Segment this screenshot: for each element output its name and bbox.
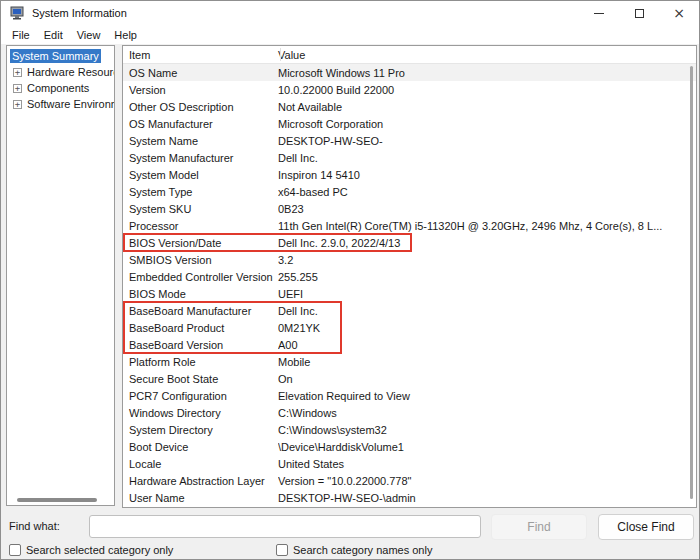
maximize-button[interactable] (619, 1, 659, 25)
item-cell: System Type (123, 186, 278, 198)
title-bar: System Information × (1, 1, 699, 25)
value-cell: A00 (278, 339, 696, 351)
tree-horizontal-scrollbar[interactable] (17, 498, 97, 502)
table-row[interactable]: BaseBoard Product0M21YK (123, 319, 696, 336)
table-row[interactable]: Embedded Controller Version255.255 (123, 268, 696, 285)
table-row[interactable]: System Typex64-based PC (123, 183, 696, 200)
menu-bar: FileEditViewHelp (1, 25, 699, 44)
value-cell: Version = "10.0.22000.778" (278, 475, 696, 487)
table-row[interactable]: Processor11th Gen Intel(R) Core(TM) i5-1… (123, 217, 696, 234)
search-selected-category-label: Search selected category only (26, 544, 173, 556)
table-row[interactable]: SMBIOS Version3.2 (123, 251, 696, 268)
system-information-icon (10, 6, 25, 20)
item-cell: OS Manufacturer (123, 118, 278, 130)
search-category-names-label: Search category names only (293, 544, 432, 556)
table-header: Item Value (123, 46, 696, 64)
expand-icon[interactable]: + (13, 68, 22, 77)
system-information-window: System Information × FileEditViewHelp Sy… (0, 0, 700, 560)
item-cell: BaseBoard Product (123, 322, 278, 334)
find-button[interactable]: Find (491, 514, 587, 540)
item-cell: System Directory (123, 424, 278, 436)
value-cell: On (278, 373, 696, 385)
column-divider[interactable] (280, 48, 281, 61)
item-cell: Embedded Controller Version (123, 271, 278, 283)
item-cell: Processor (123, 220, 278, 232)
find-input[interactable] (89, 515, 481, 538)
table-row[interactable]: BaseBoard VersionA00 (123, 336, 696, 353)
table-row[interactable]: User NameDESKTOP-HW-SEO-\admin (123, 489, 696, 506)
tree-item-label: Components (25, 81, 91, 95)
search-category-names-checkbox[interactable] (276, 544, 288, 556)
content-area: System Summary+Hardware Resources+Compon… (1, 44, 699, 511)
tree-item-components[interactable]: +Components (7, 80, 114, 96)
tree-item-label: System Summary (10, 49, 101, 63)
menu-file[interactable]: File (5, 27, 37, 43)
table-row[interactable]: OS ManufacturerMicrosoft Corporation (123, 115, 696, 132)
item-cell: Hardware Abstraction Layer (123, 475, 278, 487)
tree-item-hardware-resources[interactable]: +Hardware Resources (7, 64, 114, 80)
table-row[interactable]: OS NameMicrosoft Windows 11 Pro (123, 64, 696, 81)
table-row[interactable]: Boot Device\Device\HarddiskVolume1 (123, 438, 696, 455)
item-cell: User Name (123, 492, 278, 504)
table-row[interactable]: Version10.0.22000 Build 22000 (123, 81, 696, 98)
table-row[interactable]: System ModelInspiron 14 5410 (123, 166, 696, 183)
tree-item-software-environment[interactable]: +Software Environment (7, 96, 114, 112)
item-cell: BIOS Version/Date (123, 237, 278, 249)
table-row[interactable]: System ManufacturerDell Inc. (123, 149, 696, 166)
value-cell: 10.0.22000 Build 22000 (278, 84, 696, 96)
table-vertical-scrollbar[interactable] (690, 66, 693, 499)
value-cell: 3.2 (278, 254, 696, 266)
table-row[interactable]: System SKU0B23 (123, 200, 696, 217)
search-selected-category-checkbox[interactable] (9, 544, 21, 556)
expand-icon[interactable]: + (13, 100, 22, 109)
table-row[interactable]: BaseBoard ManufacturerDell Inc. (123, 302, 696, 319)
table-row[interactable]: LocaleUnited States (123, 455, 696, 472)
value-cell: \Device\HarddiskVolume1 (278, 441, 696, 453)
item-cell: System SKU (123, 203, 278, 215)
value-cell: x64-based PC (278, 186, 696, 198)
item-cell: OS Name (123, 67, 278, 79)
window-title: System Information (32, 7, 127, 19)
table-row[interactable]: System NameDESKTOP-HW-SEO- (123, 132, 696, 149)
menu-help[interactable]: Help (107, 27, 144, 43)
table-row[interactable]: Secure Boot StateOn (123, 370, 696, 387)
value-cell: United States (278, 458, 696, 470)
search-selected-category-option: Search selected category only (9, 544, 173, 556)
column-header-item[interactable]: Item (123, 49, 278, 61)
table-row[interactable]: PCR7 ConfigurationElevation Required to … (123, 387, 696, 404)
item-cell: Windows Directory (123, 407, 278, 419)
column-header-value[interactable]: Value (278, 49, 305, 61)
close-find-button[interactable]: Close Find (598, 514, 694, 540)
item-cell: Locale (123, 458, 278, 470)
value-cell: Inspiron 14 5410 (278, 169, 696, 181)
category-tree-panel: System Summary+Hardware Resources+Compon… (6, 45, 115, 506)
value-cell: C:\Windows (278, 407, 696, 419)
close-button[interactable]: × (659, 1, 699, 25)
table-row[interactable]: Other OS DescriptionNot Available (123, 98, 696, 115)
value-cell: Dell Inc. (278, 305, 696, 317)
table-row[interactable]: Windows DirectoryC:\Windows (123, 404, 696, 421)
find-what-label: Find what: (9, 520, 60, 532)
table-row[interactable]: Hardware Abstraction LayerVersion = "10.… (123, 472, 696, 489)
table-row[interactable]: Platform RoleMobile (123, 353, 696, 370)
item-cell: Version (123, 84, 278, 96)
item-cell: SMBIOS Version (123, 254, 278, 266)
value-cell: DESKTOP-HW-SEO- (278, 135, 696, 147)
menu-view[interactable]: View (70, 27, 108, 43)
value-cell: Microsoft Windows 11 Pro (278, 67, 696, 79)
menu-edit[interactable]: Edit (37, 27, 70, 43)
category-tree: System Summary+Hardware Resources+Compon… (7, 46, 114, 112)
table-row[interactable]: BIOS ModeUEFI (123, 285, 696, 302)
item-cell: System Name (123, 135, 278, 147)
minimize-button[interactable] (579, 1, 619, 25)
value-cell: Microsoft Corporation (278, 118, 696, 130)
tree-item-label: Software Environment (25, 97, 114, 111)
item-cell: Boot Device (123, 441, 278, 453)
table-row[interactable]: BIOS Version/DateDell Inc. 2.9.0, 2022/4… (123, 234, 696, 251)
expand-icon[interactable]: + (13, 84, 22, 93)
value-cell: 255.255 (278, 271, 696, 283)
tree-item-label: Hardware Resources (25, 65, 114, 79)
table-row[interactable]: System DirectoryC:\Windows\system32 (123, 421, 696, 438)
tree-item-system-summary[interactable]: System Summary (7, 48, 114, 64)
value-cell: Elevation Required to View (278, 390, 696, 402)
